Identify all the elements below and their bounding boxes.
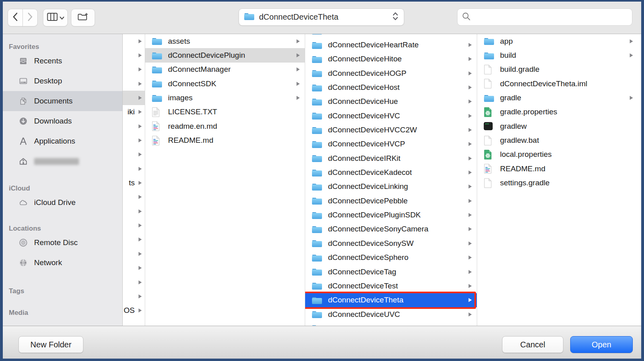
sidebar-item-label: Remote Disc xyxy=(34,238,78,247)
column1-row[interactable] xyxy=(123,190,145,204)
sidebar-item-recents[interactable]: Recents xyxy=(3,51,122,71)
column1-row[interactable] xyxy=(123,218,145,232)
file-row-dConnectDeviceSonySW[interactable]: dConnectDeviceSonySW xyxy=(305,236,477,250)
sidebar-section-header: Locations xyxy=(3,221,122,233)
file-row-dConnectDevicePlugin[interactable]: dConnectDevicePlugin xyxy=(145,48,305,62)
file-row-dConnectDeviceTag[interactable]: dConnectDeviceTag xyxy=(305,265,477,279)
column1-row[interactable] xyxy=(123,204,145,218)
column-2: assetsdConnectDevicePlugindConnectManage… xyxy=(145,34,305,326)
file-row-LICENSE.TXT[interactable]: LICENSE.TXT xyxy=(145,105,305,119)
file-row-dConnectDeviceHeartRate[interactable]: dConnectDeviceHeartRate xyxy=(305,38,477,52)
column1-row[interactable] xyxy=(123,289,145,303)
search-input[interactable] xyxy=(474,12,628,22)
column1-row[interactable] xyxy=(123,275,145,289)
search-icon xyxy=(462,12,471,23)
file-row-gradle[interactable]: gradle xyxy=(477,91,641,105)
file-row-dConnectDevicePluginSDK[interactable]: dConnectDevicePluginSDK xyxy=(305,208,477,222)
folder-icon xyxy=(152,51,164,60)
file-row-local.properties[interactable]: local.properties xyxy=(477,148,641,162)
file-row-dConnectDeviceHost[interactable]: dConnectDeviceHost xyxy=(305,80,477,94)
column1-row[interactable] xyxy=(123,247,145,261)
file-row-dConnectDeviceHVCC2W[interactable]: dConnectDeviceHVCC2W xyxy=(305,123,477,137)
sidebar-item-label xyxy=(34,158,79,165)
column1-row[interactable] xyxy=(123,162,145,176)
open-button[interactable]: Open xyxy=(570,336,633,353)
folder-icon xyxy=(312,126,324,134)
sidebar-item-applications[interactable]: Applications xyxy=(3,131,122,151)
file-row-README.md[interactable]: README.md xyxy=(477,162,641,176)
folder-icon xyxy=(152,37,164,45)
file-row-dConnectDeviceKadecot[interactable]: dConnectDeviceKadecot xyxy=(305,165,477,179)
file-row-dConnectDeviceUVC[interactable]: dConnectDeviceUVC xyxy=(305,307,477,321)
file-row-dConnectDeviceHVCP[interactable]: dConnectDeviceHVCP xyxy=(305,137,477,151)
file-row-dConnectDeviceHitoe[interactable]: dConnectDeviceHitoe xyxy=(305,52,477,66)
disclosure-arrow-icon xyxy=(630,39,633,43)
column1-row[interactable]: OS xyxy=(123,304,145,318)
cancel-button[interactable]: Cancel xyxy=(502,336,563,353)
sidebar-item-home[interactable] xyxy=(3,151,122,171)
file-row-dConnectDeviceHue[interactable]: dConnectDeviceHue xyxy=(305,95,477,109)
column1-row[interactable] xyxy=(123,34,145,48)
file-row-dConnectManager[interactable]: dConnectManager xyxy=(145,63,305,77)
file-row-gradle.properties[interactable]: gradle.properties xyxy=(477,105,641,119)
file-row-dConnectDeviceLinking[interactable]: dConnectDeviceLinking xyxy=(305,180,477,194)
file-row-partial[interactable] xyxy=(305,34,477,38)
column1-row[interactable] xyxy=(123,91,145,105)
file-row-partial[interactable] xyxy=(305,321,477,326)
column1-row[interactable] xyxy=(123,233,145,247)
file-row-assets[interactable]: assets xyxy=(145,34,305,48)
file-name: assets xyxy=(168,37,190,46)
column1-row[interactable] xyxy=(123,119,145,133)
file-row-readme.en.md[interactable]: readme.en.md xyxy=(145,119,305,133)
forward-button[interactable] xyxy=(22,9,38,26)
column1-row[interactable]: iki xyxy=(123,105,145,119)
column1-row[interactable] xyxy=(123,77,145,91)
file-row-dConnectDeviceTheta[interactable]: dConnectDeviceTheta xyxy=(305,293,477,307)
disclosure-arrow-icon xyxy=(138,195,142,199)
file-row-dConnectDeviceSphero[interactable]: dConnectDeviceSphero xyxy=(305,251,477,265)
back-button[interactable] xyxy=(8,9,23,26)
column1-row[interactable] xyxy=(123,148,145,162)
disclosure-arrow-icon xyxy=(468,284,472,288)
column1-row[interactable] xyxy=(123,48,145,62)
sidebar-item-downloads[interactable]: Downloads xyxy=(3,111,122,131)
sidebar-section-header: Media xyxy=(3,306,122,317)
new-folder-button[interactable]: New Folder xyxy=(18,336,83,353)
file-row-settings.gradle[interactable]: settings.gradle xyxy=(477,176,641,190)
file-open-dialog: dConnectDeviceTheta FavoritesRecentsDesk… xyxy=(0,0,644,361)
file-row-dConnectDeviceTest[interactable]: dConnectDeviceTest xyxy=(305,279,477,293)
file-row-build[interactable]: build xyxy=(477,48,641,62)
file-row-dConnectDeviceSonyCamera[interactable]: dConnectDeviceSonyCamera xyxy=(305,222,477,236)
file-row-gradlew.bat[interactable]: gradlew.bat xyxy=(477,133,641,147)
folder-icon xyxy=(312,112,324,120)
column1-row[interactable]: ts xyxy=(123,176,145,190)
sidebar-item-remote-disc[interactable]: Remote Disc xyxy=(3,233,122,253)
disclosure-arrow-icon xyxy=(138,223,142,228)
file-row-dConnectDevicePebble[interactable]: dConnectDevicePebble xyxy=(305,194,477,208)
file-row-dConnectDeviceHVC[interactable]: dConnectDeviceHVC xyxy=(305,109,477,123)
column1-row[interactable] xyxy=(123,261,145,275)
sidebar-item-network[interactable]: Network xyxy=(3,253,122,273)
file-row-dConnectSDK[interactable]: dConnectSDK xyxy=(145,77,305,91)
file-row-app[interactable]: app xyxy=(477,34,641,48)
file-row-images[interactable]: images xyxy=(145,91,305,105)
file-row-dConnectDeviceTheta.iml[interactable]: dConnectDeviceTheta.iml xyxy=(477,77,641,91)
sidebar-item-documents[interactable]: Documents xyxy=(3,91,122,111)
sidebar-item-desktop[interactable]: Desktop xyxy=(3,71,122,91)
file-name: gradlew xyxy=(500,122,527,131)
file-row-README.md[interactable]: README.md xyxy=(145,133,305,147)
search-field[interactable] xyxy=(457,8,632,26)
documents-icon xyxy=(17,96,29,106)
new-folder-toolbar-button[interactable] xyxy=(71,9,95,26)
file-row-dConnectDeviceHOGP[interactable]: dConnectDeviceHOGP xyxy=(305,66,477,80)
chevron-down-icon xyxy=(60,14,64,21)
sidebar-item-icloud-drive[interactable]: iCloud Drive xyxy=(3,193,122,213)
text-doc-icon xyxy=(152,107,164,117)
path-popup-button[interactable]: dConnectDeviceTheta xyxy=(239,8,404,26)
column1-row[interactable] xyxy=(123,63,145,77)
view-mode-button[interactable] xyxy=(43,9,68,26)
column1-row[interactable] xyxy=(123,133,145,147)
file-row-gradlew[interactable]: gradlew xyxy=(477,119,641,133)
file-row-build.gradle[interactable]: build.gradle xyxy=(477,63,641,77)
file-row-dConnectDeviceIRKit[interactable]: dConnectDeviceIRKit xyxy=(305,151,477,165)
